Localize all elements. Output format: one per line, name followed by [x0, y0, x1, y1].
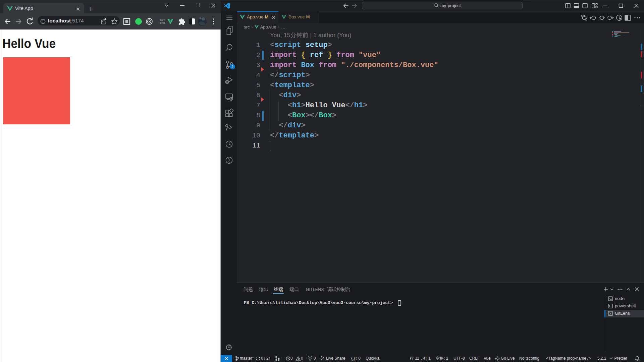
svg-text:CRX: CRX: [160, 21, 165, 24]
svg-text:GET: GET: [160, 18, 165, 21]
